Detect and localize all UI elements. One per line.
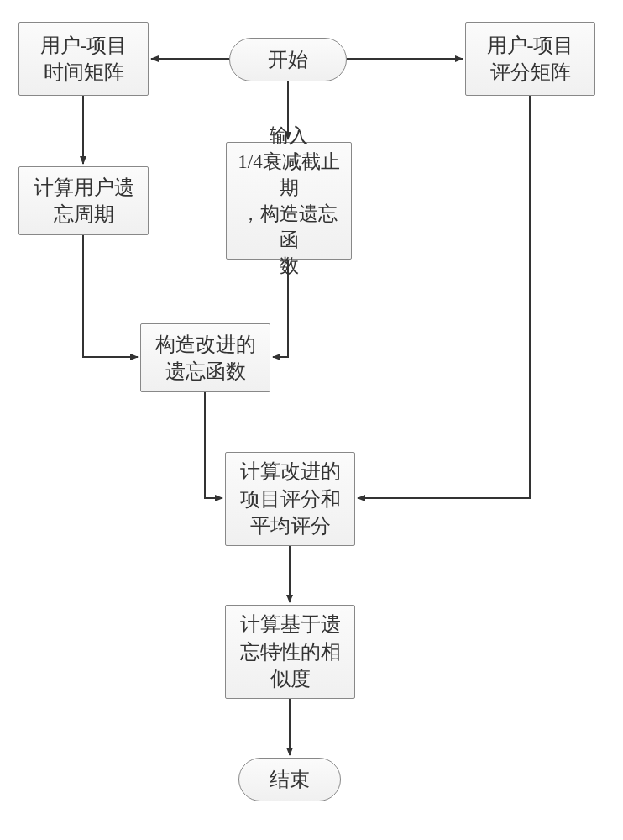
similarity-label: 计算基于遗 忘特性的相 似度	[240, 611, 341, 692]
user-forget-period-node: 计算用户遗 忘周期	[18, 166, 149, 235]
start-label: 开始	[268, 46, 308, 73]
rating-matrix-node: 用户-项目 评分矩阵	[465, 22, 595, 96]
time-matrix-node: 用户-项目 时间矩阵	[18, 22, 149, 96]
rating-matrix-label: 用户-项目 评分矩阵	[487, 32, 574, 87]
end-label: 结束	[270, 766, 310, 793]
improved-forget-node: 构造改进的 遗忘函数	[140, 323, 270, 392]
calc-improved-label: 计算改进的 项目评分和 平均评分	[240, 458, 341, 539]
improved-forget-label: 构造改进的 遗忘函数	[155, 331, 256, 386]
start-node: 开始	[229, 38, 347, 81]
decay-input-node: 输入 1/4衰减截止期 ，构造遗忘函 数	[226, 142, 352, 260]
time-matrix-label: 用户-项目 时间矩阵	[40, 32, 128, 87]
calc-improved-node: 计算改进的 项目评分和 平均评分	[225, 452, 355, 546]
decay-input-label: 输入 1/4衰减截止期 ，构造遗忘函 数	[237, 123, 341, 279]
similarity-node: 计算基于遗 忘特性的相 似度	[225, 605, 355, 699]
user-forget-period-label: 计算用户遗 忘周期	[34, 174, 134, 228]
end-node: 结束	[238, 758, 341, 801]
